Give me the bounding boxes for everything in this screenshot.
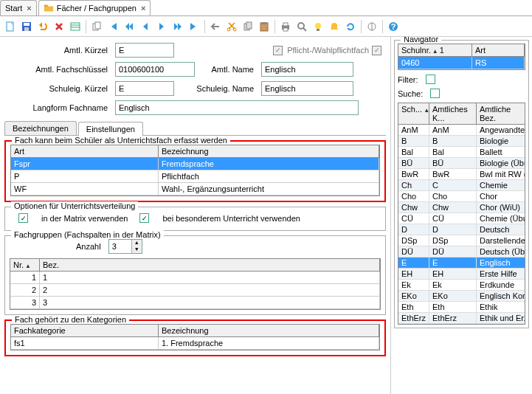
cut-icon[interactable] <box>224 19 239 34</box>
next-page-icon[interactable] <box>170 19 185 34</box>
col-bez[interactable]: Bez. <box>40 259 380 271</box>
fach-list-row[interactable]: CÜCÜChemie (Übung <box>398 213 525 224</box>
fach-list-row[interactable]: DÜDÜDeutsch (Übun <box>398 246 525 258</box>
pflicht-checkbox2[interactable]: ✓ <box>372 46 381 55</box>
schuleig-kuerzel-input[interactable] <box>115 81 174 96</box>
fach-list-row[interactable]: EthErzEthErzEthik und Erzie <box>398 313 525 324</box>
c1-cell: Chw <box>398 202 429 212</box>
art-row[interactable]: WFWahl-, Ergänzungsunterricht <box>11 183 379 196</box>
tab-bezeichnungen[interactable]: Bezeichnungen <box>4 121 77 135</box>
fach-list-row[interactable]: EKoEKoEnglisch Konve <box>398 291 525 302</box>
c3-cell: Chemie <box>477 180 525 190</box>
paste-icon[interactable] <box>257 19 272 34</box>
fg-row[interactable]: 33 <box>10 297 380 309</box>
art-row[interactable]: FsprFremdsprache <box>11 158 379 170</box>
matrix-checkbox[interactable]: ✓ <box>18 213 28 223</box>
c1-cell: D <box>398 224 429 235</box>
fach-list-row[interactable]: BBBiologie <box>398 136 525 147</box>
kategorien-grid[interactable]: Fachkategorie Bezeichnung fs11. Fremdspr… <box>10 324 380 350</box>
spin-up-icon[interactable]: ▲ <box>131 240 142 246</box>
col-nr[interactable]: Nr.▲ <box>10 259 40 271</box>
c1-cell: DSp <box>398 235 429 246</box>
kat-row[interactable]: fs11. Fremdsprache <box>11 337 379 350</box>
copy-icon[interactable] <box>89 19 104 34</box>
fach-list-row[interactable]: DSpDSpDarstellendes S <box>398 235 525 246</box>
navigator-box: Navigator Schulnr.▲1 Art 0460 RS Filter:… <box>394 40 529 328</box>
last-icon[interactable] <box>187 19 201 34</box>
col-amtlbez[interactable]: Amtliche Bez. <box>477 103 525 124</box>
delete-icon[interactable] <box>52 19 66 34</box>
col-bez[interactable]: Bezeichnung <box>159 145 379 157</box>
fach-list-row[interactable]: ChoChoChor <box>398 191 525 202</box>
fach-list-row[interactable]: ChCChemie <box>398 180 525 191</box>
col-art[interactable]: Art <box>472 44 525 56</box>
schul-grid[interactable]: Schulnr.▲1 Art 0460 RS <box>398 44 525 70</box>
fachgruppen-grid[interactable]: Nr.▲ Bez. 112233 <box>10 258 381 310</box>
anzahl-stepper[interactable]: ▲ ▼ <box>108 239 142 254</box>
col-schulnr[interactable]: Schulnr.▲1 <box>398 44 472 56</box>
c3-cell: Biologie (Übung <box>477 158 525 168</box>
c3-cell: Ethik und Erzie <box>477 313 525 323</box>
c3-cell: Erdkunde <box>477 280 525 290</box>
preview-icon[interactable] <box>294 19 309 34</box>
list-icon[interactable] <box>68 19 83 34</box>
bell-icon[interactable] <box>327 19 342 34</box>
c1-cell: Bal <box>398 147 429 157</box>
close-icon[interactable]: × <box>27 4 31 13</box>
c3-cell: Bwl mit RW (ink <box>477 169 525 179</box>
anzahl-input[interactable] <box>109 242 131 251</box>
fieldset-legend: Fach kann beim Schüler als Unterrichtsfa… <box>12 136 230 145</box>
fach-list-grid[interactable]: Sch...▲ Amtliches K... Amtliche Bez. AnM… <box>398 103 525 325</box>
amtl-name-input[interactable] <box>261 62 353 77</box>
spin-down-icon[interactable]: ▼ <box>131 246 142 253</box>
back-icon[interactable] <box>208 19 223 34</box>
schul-row[interactable]: 0460 RS <box>398 57 525 69</box>
save-icon[interactable] <box>19 19 34 34</box>
help-icon[interactable]: ? <box>386 19 401 34</box>
fach-list-row[interactable]: EthEthEthik <box>398 302 525 313</box>
fach-list-row[interactable]: ChwChwChor (WiU) <box>398 202 525 213</box>
fach-list-row[interactable]: AnMAnMAngewandte M <box>398 125 525 136</box>
pflicht-checkbox[interactable]: ✓ <box>273 46 283 55</box>
c2-cell: BwR <box>429 169 477 179</box>
close-icon[interactable]: × <box>141 4 145 13</box>
bulb-icon[interactable] <box>311 19 325 34</box>
filter-checkbox[interactable] <box>426 75 435 84</box>
prev-icon[interactable] <box>138 19 153 34</box>
art-grid[interactable]: Art Bezeichnung FsprFremdsprachePPflicht… <box>10 145 380 196</box>
print-icon[interactable] <box>278 19 293 34</box>
tab-start[interactable]: Start × <box>0 0 37 15</box>
next-icon[interactable] <box>154 19 169 34</box>
art-row[interactable]: PPflichtfach <box>11 170 379 183</box>
undo-icon[interactable] <box>35 19 50 34</box>
link-icon[interactable] <box>365 19 379 34</box>
fach-list-row[interactable]: DDDeutsch <box>398 224 525 235</box>
fach-list-row[interactable]: BwRBwRBwl mit RW (ink <box>398 169 525 180</box>
copy2-icon[interactable] <box>241 19 255 34</box>
amtl-fachschluessel-input[interactable] <box>115 62 195 77</box>
col-sch[interactable]: Sch...▲ <box>398 103 429 124</box>
prev-page-icon[interactable] <box>122 19 137 34</box>
amtl-kuerzel-input[interactable] <box>115 43 174 58</box>
suche-checkbox[interactable] <box>430 89 440 98</box>
col-art[interactable]: Art <box>11 145 159 157</box>
col-kat[interactable]: Fachkategorie <box>11 325 159 336</box>
first-icon[interactable] <box>106 19 120 34</box>
langform-input[interactable] <box>115 100 359 115</box>
refresh-icon[interactable] <box>343 19 358 34</box>
c2-cell: EH <box>429 269 477 279</box>
fach-list-row[interactable]: BÜBÜBiologie (Übung <box>398 158 525 169</box>
fach-list-row[interactable]: EkEkErdkunde <box>398 280 525 291</box>
fach-list-row[interactable]: EEEnglisch <box>398 258 525 269</box>
col-bez[interactable]: Bezeichnung <box>159 325 379 336</box>
fach-list-row[interactable]: BalBalBallett <box>398 147 525 158</box>
tab-faecher[interactable]: Fächer / Fachgruppen × <box>38 0 151 15</box>
tab-einstellungen[interactable]: Einstellungen <box>78 122 143 136</box>
fg-row[interactable]: 22 <box>10 284 380 297</box>
fach-list-row[interactable]: EHEHErste Hilfe <box>398 269 525 280</box>
schuleig-name-input[interactable] <box>261 81 353 96</box>
col-amtlk[interactable]: Amtliches K... <box>429 103 477 124</box>
besonder-checkbox[interactable]: ✓ <box>139 213 149 223</box>
fg-row[interactable]: 11 <box>10 272 380 284</box>
new-icon[interactable] <box>3 19 18 34</box>
